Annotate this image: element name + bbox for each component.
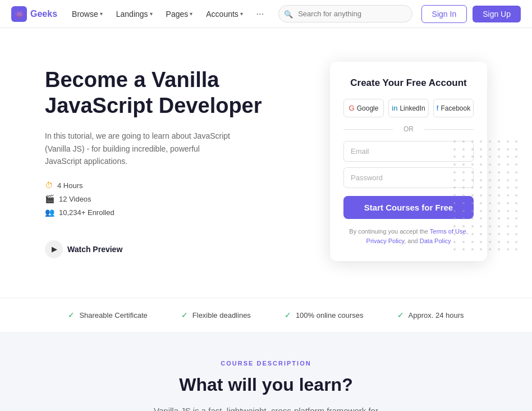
feature-online: ✓ 100% online courses	[285, 310, 364, 319]
nav-menu: Browse ▾ Landings ▾ Pages ▾ Accounts ▾ ·…	[66, 6, 269, 22]
google-signin-button[interactable]: G Google	[343, 99, 384, 117]
video-icon: 🎬	[45, 194, 54, 203]
hero-title: Become a Vanilla JavaScript Developer	[45, 67, 296, 118]
nav-landings[interactable]: Landings ▾	[111, 6, 158, 22]
sign-in-button[interactable]: Sign In	[421, 5, 467, 23]
sign-up-button[interactable]: Sign Up	[473, 6, 521, 22]
brand-logo[interactable]: 👾 Geeks	[11, 6, 57, 22]
linkedin-icon: in	[392, 104, 397, 112]
clock-icon: ⏱	[45, 181, 53, 190]
hero-description: In this tutorial, we are going to learn …	[45, 130, 236, 167]
facebook-signin-button[interactable]: f Facebook	[433, 99, 474, 117]
stat-hours: ⏱ 4 Hours	[45, 181, 296, 190]
dot-pattern-decoration	[453, 140, 521, 253]
nav-more[interactable]: ···	[251, 6, 269, 22]
check-icon: ✓	[68, 310, 75, 319]
feature-certificate: ✓ Shareable Certificate	[68, 310, 147, 319]
nav-pages[interactable]: Pages ▾	[160, 6, 199, 22]
course-description-section: COURSE DESCRIPTION What will you learn? …	[0, 332, 532, 411]
stat-videos: 🎬 12 Videos	[45, 194, 296, 203]
stat-enrolled: 👥 10,234+ Enrolled	[45, 208, 296, 217]
hero-stats: ⏱ 4 Hours 🎬 12 Videos 👥 10,234+ Enrolled	[45, 181, 296, 217]
hero-content: Become a Vanilla JavaScript Developer In…	[45, 62, 296, 264]
chevron-down-icon: ▾	[190, 11, 192, 17]
google-icon: G	[349, 104, 355, 112]
nav-browse[interactable]: Browse ▾	[66, 6, 108, 22]
social-buttons: G Google in LinkedIn f Facebook	[343, 99, 474, 117]
check-icon: ✓	[181, 310, 188, 319]
users-icon: 👥	[45, 208, 54, 217]
chevron-down-icon: ▾	[100, 11, 103, 17]
search-bar: 🔍	[278, 5, 412, 22]
features-bar: ✓ Shareable Certificate ✓ Flexible deadl…	[0, 298, 532, 332]
data-policy-link[interactable]: Data Policy	[420, 238, 451, 244]
privacy-policy-link[interactable]: Privacy Policy	[366, 238, 405, 244]
feature-hours: ✓ Approx. 24 hours	[397, 310, 464, 319]
reg-card-title: Create Your Free Account	[343, 77, 474, 89]
search-input[interactable]	[278, 5, 412, 22]
play-icon: ▶	[45, 240, 63, 258]
or-divider: OR	[343, 125, 474, 133]
section-tag: COURSE DESCRIPTION	[11, 360, 521, 367]
section-subtitle: Vanilla JS is a fast, lightweight, cross…	[126, 404, 406, 411]
linkedin-signin-button[interactable]: in LinkedIn	[388, 99, 429, 117]
chevron-down-icon: ▾	[150, 11, 153, 17]
nav-accounts[interactable]: Accounts ▾	[200, 6, 249, 22]
check-icon: ✓	[285, 310, 291, 319]
hero-section: Become a Vanilla JavaScript Developer In…	[0, 28, 532, 298]
watch-preview-button[interactable]: ▶ Watch Preview	[45, 235, 122, 264]
feature-deadlines: ✓ Flexible deadlines	[181, 310, 251, 319]
navbar: 👾 Geeks Browse ▾ Landings ▾ Pages ▾ Acco…	[0, 0, 532, 28]
chevron-down-icon: ▾	[240, 11, 243, 17]
navbar-actions: Sign In Sign Up	[421, 5, 521, 23]
check-icon: ✓	[397, 310, 404, 319]
facebook-icon: f	[437, 104, 439, 112]
section-title: What will you learn?	[11, 375, 521, 395]
search-icon: 🔍	[284, 10, 293, 18]
svg-text:👾: 👾	[15, 10, 25, 20]
